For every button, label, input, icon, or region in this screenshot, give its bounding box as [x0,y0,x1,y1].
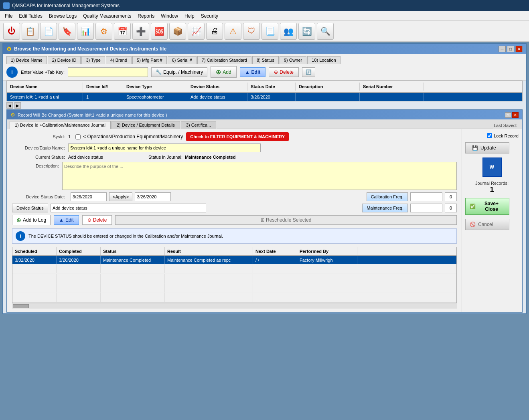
table-row[interactable]: System Id#: 1 <add a uni 1 Spectrophotom… [7,93,522,101]
maintenance-freq-input[interactable] [410,204,442,212]
log-performed-by: Factory Millwrigh [297,256,357,264]
toolbar-package-btn[interactable]: 📦 [169,23,186,40]
menu-help[interactable]: Help [181,12,198,20]
word-doc-btn[interactable]: W [482,158,502,177]
operations-checkbox[interactable] [75,134,81,139]
tab-mfg-part[interactable]: 5) Mfg Part # [132,56,167,64]
toolbar-print-btn[interactable]: 🖨 [206,23,223,40]
log-table: Scheduled Completed Status Result Next D… [12,247,457,303]
delete-log-btn[interactable]: ⊖ Delete [82,215,112,225]
lock-record-checkbox[interactable] [487,133,492,138]
toolbar-help-btn[interactable]: 🆘 [151,23,168,40]
toolbar-sync-btn[interactable]: 🔄 [298,23,315,40]
toolbar-search-btn[interactable]: 🔍 [317,23,334,40]
toolbar-warn-btn[interactable]: ⚠ [225,23,241,40]
edit-log-btn[interactable]: ▲ Edit [54,215,79,225]
device-status-input[interactable] [51,204,206,212]
tab-device-id[interactable]: 2) Device ID [48,56,81,64]
edit-device-btn[interactable]: ▲ Edit [240,67,266,77]
search-input[interactable] [68,67,148,77]
calibration-freq-input[interactable] [410,192,442,201]
menu-security[interactable]: Security [198,12,221,20]
cancel-btn[interactable]: 🚫 Cancel [465,219,509,230]
grid-icon: ⊞ [261,217,265,223]
dialog-tab-2[interactable]: 2) Device / Equipment Details [111,121,180,129]
dialog-close-btn[interactable]: ✕ [512,112,519,118]
log-col-performed-by: Performed By [297,247,357,255]
add-log-icon: ⊕ [16,217,21,223]
hscroll-thumb[interactable] [13,304,29,308]
toolbar-docs-btn[interactable]: 📋 [22,23,39,40]
add-to-log-btn[interactable]: ⊕ Add to Log [12,215,51,225]
menu-edit-tables[interactable]: Edit Tables [16,12,45,20]
dialog-left: SysId: 1 < Operations/Production Equipme… [7,129,462,312]
tab-location[interactable]: 10) Location [307,56,341,64]
search-row: i Enter Value +Tab Key: 🔧 Equip. / Machi… [3,64,526,81]
tab-status[interactable]: 8) Status [252,56,279,64]
maintenance-freq-num[interactable] [445,204,457,212]
description-label: Description: [12,162,62,168]
tab-cal-standard[interactable]: 7) Calibration Standard [197,56,251,64]
date2-input[interactable] [135,192,171,201]
dialog-help-btn[interactable]: ? [505,112,511,118]
calibration-freq-num[interactable] [445,192,457,201]
save-close-btn[interactable]: ✅ Save+ Close [465,198,509,215]
search-label: Enter Value +Tab Key: [21,70,65,75]
toolbar-settings-btn[interactable]: ⚙ [95,23,112,40]
log-hscroll[interactable] [12,303,457,309]
col-device-status: Device Status [187,83,247,91]
apply-btn[interactable]: <Apply> [109,192,132,201]
menu-file[interactable]: File [2,12,16,20]
col-device-name: Device Name [7,83,83,91]
refresh-btn[interactable]: 🔃 [302,67,315,77]
maximize-btn[interactable]: □ [507,46,514,52]
toolbar-doc2-btn[interactable]: 📃 [261,23,278,40]
toolbar-file-btn[interactable]: 📄 [40,23,57,40]
device-status-btn[interactable]: Device Status [12,204,48,212]
tab-brand[interactable]: 4) Brand [106,56,132,64]
minimize-btn[interactable]: ─ [499,46,506,52]
menu-browse-logs[interactable]: Browse Logs [46,12,80,20]
calibration-freq-btn[interactable]: Calibration Freq. [367,192,408,201]
toolbar-users-btn[interactable]: 👥 [280,23,297,40]
delete-device-btn[interactable]: ⊖ Delete [269,67,299,77]
toolbar-shield-btn[interactable]: 🛡 [243,23,260,40]
description-row: Description: [12,162,457,190]
update-btn[interactable]: 💾 Update [465,142,509,153]
last-saved-label: Last Saved: [494,123,519,129]
add-device-btn[interactable]: ⊕ Add [211,66,236,78]
device-name-row: Device/Equip Name: [12,143,457,152]
dialog-tab-3[interactable]: 3) Certifica... [181,121,216,129]
maintenance-freq-btn[interactable]: Maintenance Freq. [362,204,408,212]
log-table-row[interactable]: 3/02/2020 3/26/2020 Maintenance Complete… [12,256,456,264]
toolbar-power-btn[interactable]: ⏻ [3,23,20,40]
menu-reports[interactable]: Reports [134,12,158,20]
toolbar-org-btn[interactable]: 📊 [77,23,94,40]
toolbar-bookmark-btn[interactable]: 🔖 [59,23,75,40]
toolbar-chart-btn[interactable]: 📈 [188,23,205,40]
lock-record-label: Lock Record [494,133,519,138]
tab-serial[interactable]: 6) Serial # [168,56,197,64]
tab-owner[interactable]: 9) Owner [280,56,306,64]
equip-machinery-btn[interactable]: 🔧 Equip. / Machinery [151,67,207,77]
toolbar-calendar-btn[interactable]: 📅 [114,23,131,40]
status-in-journal-value: Maintenance Completed [185,155,236,160]
info-bar: i The DEVICE STATUS should be entered or… [12,228,457,244]
date1-input[interactable] [71,192,107,201]
menu-quality[interactable]: Quality Measurements [80,12,134,20]
scroll-left-btn[interactable]: ◀ [6,102,13,109]
status-row: Current Status: Add device status Status… [12,155,457,160]
description-textarea[interactable] [62,162,457,190]
tab-type[interactable]: 3) Type [81,56,105,64]
col-device-id: Device Id# [83,83,123,91]
dialog-tab-1[interactable]: 1) Device Id +Calibration/Maintenance Jo… [10,121,111,129]
log-empty-row-1 [12,264,456,274]
toolbar-add-btn[interactable]: ➕ [132,23,149,40]
scroll-right-btn[interactable]: ▶ [14,102,21,109]
reschedule-btn[interactable]: ⊞ Reschedule Selected [115,215,457,225]
tab-device-name[interactable]: 1) Device Name [6,56,47,64]
close-btn[interactable]: ✕ [515,46,523,52]
dialog-title-bar: ⚙ Record Will Be Changed (System Id#:1 <… [7,110,522,119]
menu-window[interactable]: Window [158,12,181,20]
device-name-input[interactable] [68,143,261,152]
